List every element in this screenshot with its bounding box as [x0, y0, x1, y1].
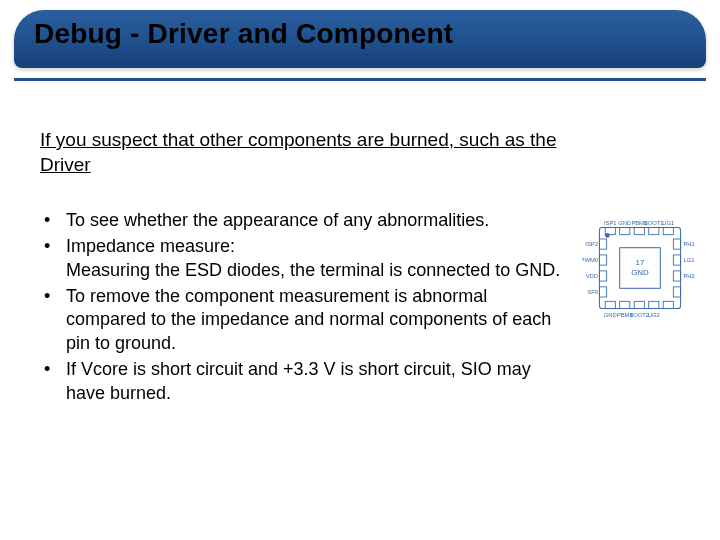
svg-rect-9 [634, 301, 644, 308]
pin-label: BOOT1 [644, 220, 664, 226]
list-item: If Vcore is short circuit and +3.3 V is … [40, 358, 570, 406]
list-item: To remove the component measurement is a… [40, 285, 570, 356]
pin-label: ISP1 [604, 220, 617, 226]
svg-rect-3 [620, 227, 630, 234]
pin-label: GND [618, 220, 631, 226]
slide: Debug - Driver and Component If you susp… [0, 0, 720, 540]
pin-label: SF0 [587, 289, 598, 295]
list-item: Impedance measure: Measuring the ESD dio… [40, 235, 570, 283]
svg-rect-12 [599, 239, 606, 249]
bullet-list: To see whether the appearance of any abn… [40, 209, 570, 405]
pin-label: ISP2 [585, 241, 598, 247]
svg-rect-19 [673, 287, 680, 297]
list-item-subtext: Measuring the ESD diodes, the terminal i… [66, 259, 570, 283]
svg-rect-14 [599, 271, 606, 281]
chip-center-bottom: GND [631, 268, 649, 277]
pin-label: VDD [586, 273, 598, 279]
subheading: If you suspect that other components are… [40, 128, 570, 177]
chip-center-top: 17 [636, 258, 645, 267]
pin-label: LG1 [684, 257, 695, 263]
svg-rect-4 [634, 227, 644, 234]
chip-svg: 17 GND ISP1 GND PBM2 BOOT1 UG1 [582, 210, 698, 326]
list-item-text: To see whether the appearance of any abn… [66, 210, 489, 230]
svg-rect-13 [599, 255, 606, 265]
pin-label: BOOT2 [629, 312, 649, 318]
list-item-text: Impedance measure: [66, 236, 235, 256]
pin-label: PWM0 [582, 257, 598, 263]
title-separator [14, 78, 706, 81]
list-item-text: To remove the component measurement is a… [66, 286, 551, 354]
list-item-text: If Vcore is short circuit and +3.3 V is … [66, 359, 531, 403]
svg-rect-15 [599, 287, 606, 297]
svg-rect-11 [663, 301, 673, 308]
chip-diagram: 17 GND ISP1 GND PBM2 BOOT1 UG1 [582, 210, 698, 326]
pin-label: UG1 [662, 220, 674, 226]
pin-label: PH2 [684, 273, 695, 279]
svg-rect-8 [620, 301, 630, 308]
svg-rect-18 [673, 271, 680, 281]
pin-label: UG2 [648, 312, 660, 318]
pin1-dot-icon [605, 233, 610, 238]
svg-rect-5 [649, 227, 659, 234]
title-band: Debug - Driver and Component [14, 10, 706, 68]
list-item: To see whether the appearance of any abn… [40, 209, 570, 233]
slide-title: Debug - Driver and Component [34, 18, 453, 50]
svg-rect-6 [663, 227, 673, 234]
svg-rect-16 [673, 239, 680, 249]
svg-rect-17 [673, 255, 680, 265]
svg-rect-10 [649, 301, 659, 308]
pin-label: PH1 [684, 241, 695, 247]
svg-rect-7 [605, 301, 615, 308]
pin-label: GND [604, 312, 617, 318]
content-area: If you suspect that other components are… [40, 128, 570, 407]
